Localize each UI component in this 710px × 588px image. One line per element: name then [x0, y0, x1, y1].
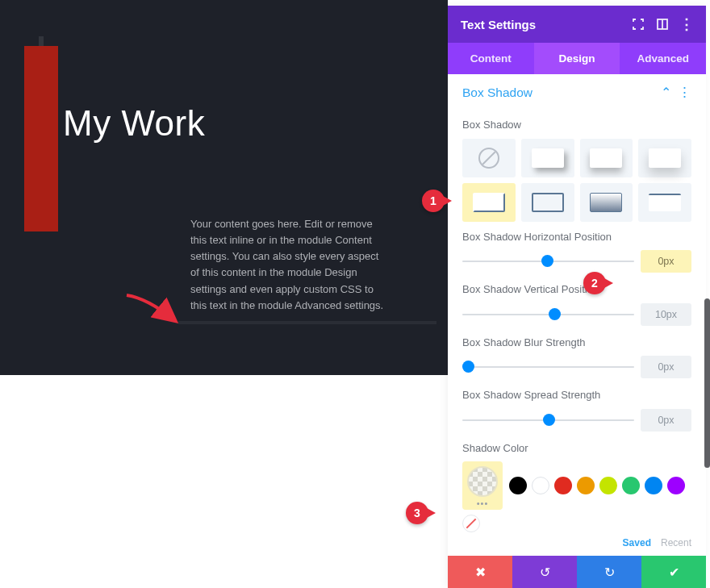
save-button[interactable]: ✔ — [641, 556, 706, 588]
preview-divider — [178, 321, 436, 324]
kebab-icon[interactable]: ⋮ — [680, 18, 693, 31]
section-kebab-icon[interactable]: ⋮ — [678, 85, 691, 99]
swatch-white[interactable] — [532, 477, 549, 494]
callout-3: 3 — [406, 502, 428, 524]
callout-1: 1 — [422, 190, 445, 212]
tab-design[interactable]: Design — [534, 43, 620, 74]
preset-label: Box Shadow — [462, 118, 691, 132]
preset-outline[interactable] — [521, 183, 574, 222]
section-title: Box Shadow — [462, 85, 532, 100]
panel-footer: ✖ ↺ ↻ ✔ — [448, 556, 706, 588]
swatch-none[interactable] — [462, 515, 480, 532]
spread-value[interactable]: 0px — [641, 409, 691, 432]
panel-title: Text Settings — [461, 18, 536, 31]
panel-header: Text Settings ⋮ — [448, 6, 706, 43]
color-picker-transparent[interactable] — [467, 466, 498, 497]
decorative-bar-red — [24, 46, 58, 231]
preset-topline[interactable] — [638, 183, 691, 222]
preset-bottomline[interactable] — [462, 183, 516, 222]
swatch-black[interactable] — [509, 477, 527, 494]
swatch-lime[interactable] — [599, 477, 617, 494]
close-button[interactable]: ✖ — [448, 556, 512, 588]
spread-label: Box Shadow Spread Strength — [462, 388, 691, 402]
callout-2: 2 — [583, 272, 606, 294]
swatch-green[interactable] — [622, 477, 640, 494]
shadow-color-label: Shadow Color — [462, 441, 691, 456]
color-swatches: ••• — [462, 461, 691, 532]
tab-advanced[interactable]: Advanced — [620, 43, 706, 74]
preset-shadow-2[interactable] — [580, 139, 633, 177]
columns-icon[interactable] — [656, 18, 669, 31]
horizontal-value[interactable]: 0px — [641, 250, 691, 273]
preset-grid — [462, 139, 691, 222]
blur-label: Box Shadow Blur Strength — [462, 336, 691, 350]
swatch-blue[interactable] — [645, 477, 662, 494]
settings-panel: Text Settings ⋮ Content Design Advanced … — [448, 6, 706, 588]
preset-none[interactable] — [462, 139, 516, 177]
preview-title[interactable]: My Work — [63, 103, 205, 144]
vertical-slider[interactable] — [462, 308, 634, 321]
swatch-orange[interactable] — [577, 477, 595, 494]
section-header[interactable]: Box Shadow ⌃ ⋮ — [448, 74, 706, 105]
tab-content[interactable]: Content — [448, 43, 534, 74]
horizontal-slider[interactable] — [462, 255, 634, 268]
preset-gradient[interactable] — [580, 183, 633, 222]
color-dots-icon[interactable]: ••• — [477, 498, 489, 508]
horizontal-label: Box Shadow Horizontal Position — [462, 230, 691, 244]
panel-tabs: Content Design Advanced — [448, 43, 706, 74]
preset-shadow-3[interactable] — [638, 139, 691, 177]
blur-value[interactable]: 0px — [641, 356, 691, 378]
spread-slider[interactable] — [462, 414, 634, 427]
palette-recent[interactable]: Recent — [661, 537, 691, 548]
blur-slider[interactable] — [462, 361, 634, 373]
palette-tabs: Saved Recent — [462, 537, 691, 548]
palette-saved[interactable]: Saved — [623, 537, 651, 548]
scrollbar-thumb[interactable] — [704, 298, 710, 468]
preset-shadow-1[interactable] — [521, 139, 574, 177]
color-picker-wrap: ••• — [462, 461, 503, 510]
panel-body: Box Shadow Box Shadow Horizontal Positio… — [448, 105, 706, 556]
vertical-label: Box Shadow Vertical Position — [462, 282, 691, 297]
focus-icon[interactable] — [632, 18, 645, 31]
redo-button[interactable]: ↻ — [577, 556, 641, 588]
vertical-value[interactable]: 10px — [641, 303, 691, 326]
preview-canvas: My Work Your content goes here. Edit or … — [0, 0, 448, 375]
preview-paragraph[interactable]: Your content goes here. Edit or remove t… — [190, 216, 388, 314]
swatch-red[interactable] — [554, 477, 572, 494]
undo-button[interactable]: ↺ — [512, 556, 577, 588]
swatch-purple[interactable] — [667, 477, 685, 494]
chevron-up-icon[interactable]: ⌃ — [661, 85, 671, 100]
